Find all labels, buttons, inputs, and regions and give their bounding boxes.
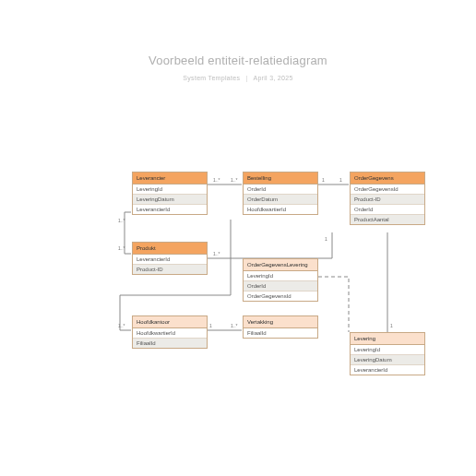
entity-produkt[interactable]: Produkt LeverancierId Product-ID xyxy=(132,242,208,275)
cardinality-label: 1..* xyxy=(118,218,125,223)
entity-attr: OrderId xyxy=(351,205,424,215)
cardinality-label: 1 xyxy=(322,177,325,183)
entity-attr: OrderDatum xyxy=(244,195,317,205)
entity-attr: OrderGegevensId xyxy=(351,184,424,195)
entity-hoofdkantoor[interactable]: Hoofdkantoor HoofdkwartierId FiliaalId xyxy=(132,315,208,349)
cardinality-label: 1..* xyxy=(213,251,220,256)
cardinality-label: 1 xyxy=(390,323,393,328)
entity-attr: Product-ID xyxy=(351,195,424,205)
entity-header: Levering xyxy=(351,333,424,345)
entity-bestelling[interactable]: Bestelling OrderId OrderDatum Hoofdkwart… xyxy=(243,172,318,215)
cardinality-label: 1 xyxy=(339,177,342,183)
connectors-layer xyxy=(0,0,476,476)
cardinality-label: 1..* xyxy=(118,245,125,251)
entity-header: Produkt xyxy=(133,243,207,255)
entity-vertakking[interactable]: Vertakking FiliaalId xyxy=(243,315,318,339)
entity-attr: FiliaalId xyxy=(244,328,317,338)
entity-attr: FiliaalId xyxy=(133,339,207,348)
entity-attr: Product-ID xyxy=(133,265,207,274)
entity-attr: HoofdkwartierId xyxy=(133,328,207,339)
entity-attr: LeveringId xyxy=(351,345,424,355)
entity-attr: LeverancierId xyxy=(351,365,424,375)
entity-attr: OrderId xyxy=(244,184,317,195)
cardinality-label: 1..* xyxy=(213,177,220,183)
entity-attr: LeveringId xyxy=(133,184,207,195)
cardinality-label: 1..* xyxy=(231,177,238,183)
entity-header: OrderGegevensLevering xyxy=(244,259,317,271)
entity-attr: LeveringDatum xyxy=(351,355,424,365)
cardinality-label: 1..* xyxy=(118,323,125,328)
diagram-canvas: Leverancier LeveringId LeveringDatum Lev… xyxy=(0,0,476,476)
entity-attr: OrderId xyxy=(244,281,317,292)
entity-attr: ProductAantal xyxy=(351,215,424,224)
entity-header: Vertakking xyxy=(244,316,317,328)
entity-levering[interactable]: Levering LeveringId LeveringDatum Levera… xyxy=(350,332,425,375)
entity-attr: HoofdkwartierId xyxy=(244,205,317,214)
entity-ordergegevenslevering[interactable]: OrderGegevensLevering LeveringId OrderId… xyxy=(243,258,318,302)
entity-leverancier[interactable]: Leverancier LeveringId LeveringDatum Lev… xyxy=(132,172,208,215)
entity-header: Leverancier xyxy=(133,173,207,184)
entity-header: Hoofdkantoor xyxy=(133,316,207,328)
entity-header: Bestelling xyxy=(244,173,317,184)
entity-attr: LeverancierId xyxy=(133,205,207,214)
entity-attr: LeveringId xyxy=(244,271,317,281)
entity-ordergegevens[interactable]: OrderGegevens OrderGegevensId Product-ID… xyxy=(350,172,425,225)
cardinality-label: 1 xyxy=(209,323,212,328)
entity-header: OrderGegevens xyxy=(351,173,424,184)
entity-attr: OrderGegevensId xyxy=(244,292,317,301)
entity-attr: LeveringDatum xyxy=(133,195,207,205)
cardinality-label: 1 xyxy=(325,236,327,242)
cardinality-label: 1..* xyxy=(231,323,238,328)
entity-attr: LeverancierId xyxy=(133,255,207,265)
